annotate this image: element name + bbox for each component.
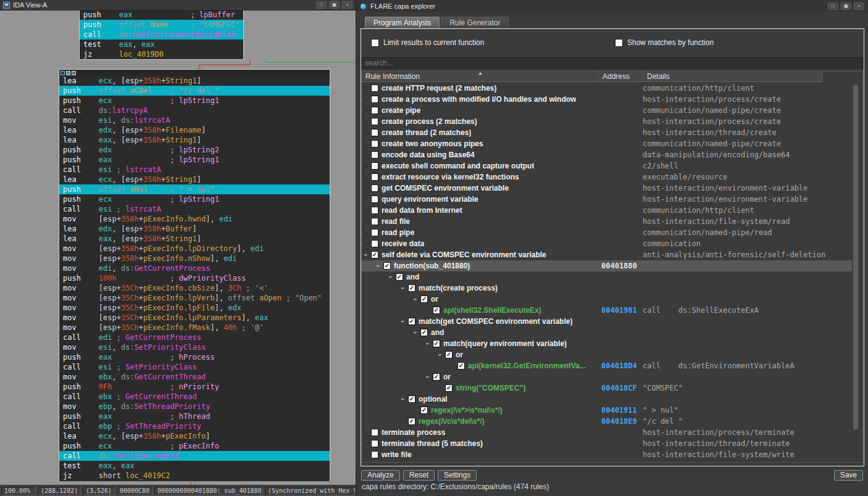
row-checkbox[interactable] — [371, 151, 378, 159]
save-button[interactable]: Save — [834, 470, 863, 481]
ida-graph-view[interactable]: push eax ; lpBufferpush offset Name ; "C… — [0, 10, 356, 485]
tab-rule-generator[interactable]: Rule Generator — [441, 17, 509, 28]
asm-line[interactable]: push 100h ; dwPriorityClass — [59, 273, 330, 283]
asm-line[interactable]: call esi ; lstrcatA — [59, 204, 330, 214]
row-checkbox[interactable] — [371, 240, 378, 247]
expand-caret-icon[interactable]: › — [362, 149, 370, 160]
row-checkbox[interactable]: ✓ — [433, 373, 440, 381]
asm-line[interactable]: push eax ; hThread — [59, 411, 330, 421]
asm-line[interactable]: push eax ; hProcess — [59, 352, 330, 362]
expand-caret-icon[interactable]: › — [362, 94, 370, 105]
limit-results-checkbox[interactable] — [371, 39, 379, 47]
row-checkbox[interactable] — [371, 118, 378, 125]
capa-tree-row[interactable]: ✓api(kernel32.GetEnvironmentVa...004018D… — [361, 360, 852, 371]
expand-caret-icon[interactable]: › — [362, 427, 370, 438]
asm-line[interactable]: mov ebp, ds:SetThreadPriority — [59, 402, 330, 411]
capa-rule-row[interactable]: ›create HTTP request (2 matches)communic… — [361, 83, 852, 94]
row-checkbox[interactable]: ✓ — [445, 351, 453, 358]
tab-program-analysis[interactable]: Program Analysis — [365, 17, 440, 28]
expand-caret-icon[interactable]: › — [362, 438, 370, 449]
asm-line[interactable]: push edx ; lpString2 — [59, 145, 330, 155]
row-checkbox[interactable] — [371, 85, 378, 92]
asm-line[interactable]: lea eax, [esp+358h+String1] — [59, 234, 330, 244]
asm-line[interactable]: call ds:ShellExecuteExA — [59, 451, 330, 461]
capa-rule-row[interactable]: ›create a process with modified I/O hand… — [361, 94, 852, 105]
expand-caret-icon[interactable]: › — [362, 216, 370, 227]
asm-line[interactable]: lea edx, [esp+358h+Filename] — [59, 125, 330, 135]
settings-button[interactable]: Settings — [438, 470, 477, 481]
expand-caret-icon[interactable]: › — [410, 296, 421, 303]
row-checkbox[interactable] — [371, 218, 378, 225]
row-checkbox[interactable]: ✓ — [408, 395, 415, 403]
capa-rule-row[interactable]: ›terminate processhost-interaction/proce… — [361, 427, 852, 438]
row-checkbox[interactable] — [371, 140, 378, 147]
row-checkbox[interactable]: ✓ — [408, 284, 415, 292]
row-checkbox[interactable]: ✓ — [445, 384, 453, 392]
expand-caret-icon[interactable]: › — [362, 138, 370, 149]
asm-line[interactable]: mov [esp+35Ch+pExecInfo.lpVerb], offset … — [59, 293, 330, 303]
expand-caret-icon[interactable]: › — [435, 351, 446, 358]
capa-tree-row[interactable]: ›✓optional — [361, 394, 852, 405]
row-checkbox[interactable]: ✓ — [396, 273, 403, 281]
expand-caret-icon[interactable]: › — [362, 183, 370, 194]
capa-tree-row[interactable]: ›✓match(create process) — [361, 283, 852, 294]
row-checkbox[interactable]: ✓ — [420, 329, 428, 336]
capa-titlebar[interactable]: FLARE capa explorer □ ▣ × — [356, 0, 868, 12]
asm-line[interactable]: push ecx ; pExecInfo — [59, 441, 330, 451]
expand-caret-icon[interactable]: › — [362, 227, 370, 238]
capa-rule-row[interactable]: ›get COMSPEC environment variablehost-in… — [361, 183, 852, 194]
asm-line[interactable]: push offset aCDel ; "/c del " — [59, 86, 330, 96]
capa-rule-row[interactable]: ›create two anonymous pipescommunication… — [361, 138, 852, 149]
capa-rule-row[interactable]: ›create process (2 matches)host-interact… — [361, 116, 852, 127]
row-checkbox[interactable] — [371, 207, 378, 214]
pin-button[interactable]: ▣ — [329, 1, 340, 9]
asm-line[interactable]: mov edi, ds:GetCurrentProcess — [59, 263, 330, 273]
search-input[interactable] — [361, 57, 863, 68]
asm-line[interactable]: mov [esp+35Ch+pExecInfo.lpParameters], e… — [59, 313, 330, 323]
asm-line[interactable]: mov esi, ds:SetPriorityClass — [59, 342, 330, 352]
asm-line[interactable]: test eax, eax — [59, 461, 330, 471]
expand-caret-icon[interactable]: › — [362, 83, 370, 94]
asm-line[interactable]: test eax, eax — [80, 39, 243, 49]
capa-rule-row[interactable]: ›encode data using Base64data-manipulati… — [361, 149, 852, 160]
capa-tree-row[interactable]: ›✓or — [361, 371, 852, 382]
show-matches-checkbox[interactable] — [615, 39, 623, 47]
capa-tree-row[interactable]: ›✓or — [361, 349, 852, 360]
capa-rule-row[interactable]: ›write filehost-interaction/file-system/… — [361, 449, 852, 460]
capa-rule-row[interactable]: ›read pipecommunication/named-pipe/read — [361, 227, 852, 238]
column-header-rule-information[interactable]: Rule Information — [362, 72, 599, 81]
capa-rule-row[interactable]: ›read data from Internetcommunication/ht… — [361, 205, 852, 216]
capa-rule-row[interactable]: ›create thread (2 matches)host-interacti… — [361, 127, 852, 138]
capa-tree-row[interactable]: ›✓and — [361, 271, 852, 283]
expand-caret-icon[interactable]: › — [362, 449, 370, 460]
asm-line[interactable]: call esi ; SetPriorityClass — [59, 362, 330, 372]
asm-line[interactable]: push offset aNul ; " > nul" — [59, 184, 330, 194]
capa-rule-row[interactable]: ›create pipecommunication/named-pipe/cre… — [361, 105, 852, 116]
row-checkbox[interactable]: ✓ — [420, 407, 428, 414]
expand-caret-icon[interactable]: › — [362, 238, 370, 249]
expand-caret-icon[interactable]: › — [398, 318, 409, 325]
ida-titlebar[interactable]: IDA View-A □ ▣ × — [0, 0, 356, 10]
asm-line[interactable]: mov [esp+358h+pExecInfo.lpDirectory], ed… — [59, 244, 330, 254]
expand-caret-icon[interactable]: › — [422, 340, 433, 347]
row-checkbox[interactable] — [371, 184, 378, 192]
expand-caret-icon[interactable]: › — [362, 127, 370, 138]
expand-caret-icon[interactable]: › — [362, 194, 370, 205]
asm-line[interactable]: call edi ; GetCurrentProcess — [59, 333, 330, 342]
expand-caret-icon[interactable]: › — [410, 329, 421, 336]
column-header-details[interactable]: Details — [643, 72, 822, 81]
asm-line[interactable]: mov [esp+358h+pExecInfo.nShow], edi — [59, 254, 330, 263]
capa-tree-row[interactable]: ✓api(shell32.ShellExecuteEx)00401981call… — [361, 305, 852, 316]
expand-caret-icon[interactable]: › — [385, 273, 396, 281]
asm-line[interactable]: push eax ; lpString1 — [59, 155, 330, 165]
asm-line[interactable]: push 0Fh ; nPriority — [59, 382, 330, 392]
restore-button[interactable]: □ — [828, 2, 838, 10]
asm-line[interactable]: push eax ; lpBuffer — [80, 10, 243, 20]
row-checkbox[interactable] — [371, 196, 378, 203]
row-checkbox[interactable] — [371, 451, 378, 458]
capa-tree-row[interactable]: ✓regex(/\s*>\s*nul\s*/)00401911" > nul" — [361, 405, 852, 416]
row-checkbox[interactable]: ✓ — [408, 318, 415, 325]
capa-rule-row[interactable]: ›query environment variablehost-interact… — [361, 194, 852, 205]
column-header-address[interactable]: Address — [599, 72, 643, 81]
row-checkbox[interactable] — [371, 229, 378, 236]
